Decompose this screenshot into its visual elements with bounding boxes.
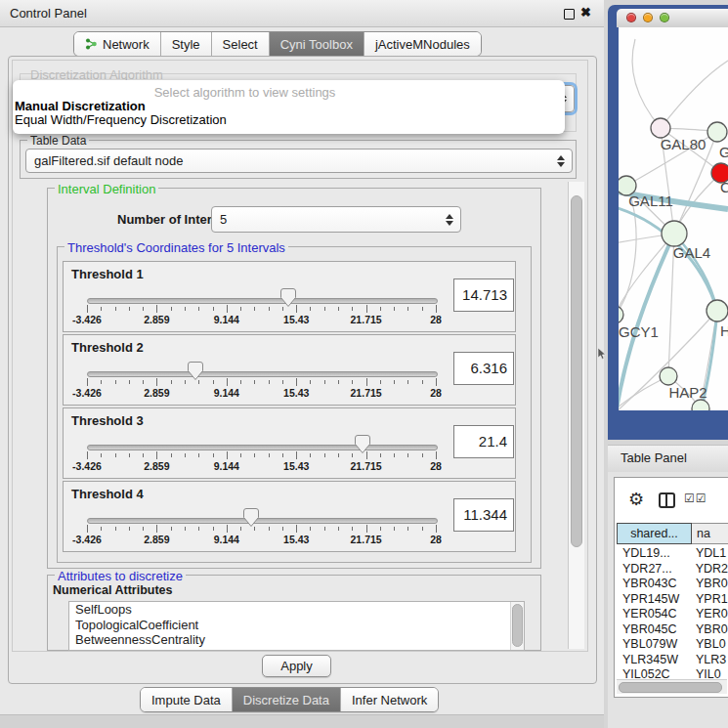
attribute-item-betweennesscentrality[interactable]: BetweennessCentrality — [69, 632, 524, 648]
threshold-slider-track[interactable] — [87, 371, 438, 377]
threshold-slider-track[interactable] — [87, 518, 438, 524]
close-icon[interactable]: ✖ — [580, 5, 591, 20]
cell-shared-name[interactable]: YER054C — [617, 607, 692, 622]
float-window-icon[interactable] — [564, 9, 575, 20]
network-graph: GAL80GACGAL11GAL4HGCY1HAP2 — [619, 27, 728, 410]
table-row[interactable]: YER054CYER0 — [617, 607, 728, 622]
table-row[interactable]: YBL079WYBL0 — [617, 637, 728, 653]
table-horizontal-scrollbar[interactable] — [617, 679, 727, 694]
cell-name[interactable]: YIL0 — [692, 667, 721, 679]
network-canvas[interactable]: GAL80GACGAL11GAL4HGCY1HAP2 — [619, 27, 728, 410]
dropdown-item-equal-width-frequency-discretization[interactable]: Equal Width/Frequency Discretization — [13, 113, 565, 127]
network-node-gal80[interactable] — [651, 118, 670, 138]
tab-infer-network[interactable]: Infer Network — [341, 688, 438, 711]
columns-icon[interactable] — [659, 492, 675, 508]
tab-select[interactable]: Select — [212, 32, 270, 56]
apply-button[interactable]: Apply — [262, 655, 331, 677]
attribute-item-selfloops[interactable]: SelfLoops — [69, 602, 524, 618]
cell-shared-name[interactable]: YBR043C — [617, 577, 692, 592]
network-node-ga[interactable] — [707, 122, 727, 142]
slider-thumb[interactable] — [355, 435, 370, 453]
attributes-list-scrollbar[interactable] — [510, 602, 524, 650]
cell-name[interactable]: YBR0 — [692, 622, 728, 638]
table-row[interactable]: YBR043CYBR0 — [617, 577, 728, 592]
slider-thumb[interactable] — [188, 362, 203, 380]
gear-icon[interactable]: ⚙ — [628, 489, 644, 510]
cell-name[interactable]: YBR0 — [692, 577, 728, 592]
cell-shared-name[interactable]: YDR27... — [617, 562, 692, 578]
table-hscrollbar-thumb[interactable] — [619, 682, 722, 693]
slider-scale-label: 2.859 — [144, 387, 169, 399]
cell-shared-name[interactable]: YBR045C — [617, 622, 692, 638]
tab-cyni-toolbox[interactable]: Cyni Toolbox — [270, 32, 364, 56]
tab-jactivemnodules[interactable]: jActiveMNodules — [364, 32, 481, 56]
threshold-value-field[interactable]: 11.344 — [453, 498, 514, 532]
threshold-slider-track[interactable] — [87, 445, 438, 450]
cell-name[interactable]: YLR3 — [692, 653, 726, 668]
cell-shared-name[interactable]: YDL19... — [617, 546, 692, 562]
cell-name[interactable]: YPR1 — [692, 592, 728, 608]
threshold-panel: Threshold 4 -3.4262.8599.14415.4321.7152… — [63, 481, 516, 552]
attributes-list[interactable]: SelfLoopsTopologicalCoefficientBetweenne… — [68, 601, 525, 651]
column-header-name[interactable]: na — [692, 523, 728, 544]
minimize-light-icon[interactable] — [643, 13, 653, 22]
tab-label: jActiveMNodules — [375, 37, 470, 52]
threshold-value-field[interactable]: 21.4 — [453, 425, 514, 458]
table-row[interactable]: YDR27...YDR2 — [617, 562, 728, 578]
cell-name[interactable]: YDR2 — [692, 562, 728, 578]
cell-name[interactable]: YBL0 — [692, 637, 726, 653]
threshold-panel: Threshold 2 -3.4262.8599.14415.4321.7152… — [63, 334, 516, 406]
attribute-item-topologicalcoefficient[interactable]: TopologicalCoefficient — [69, 618, 524, 633]
threshold-value-field[interactable]: 14.713 — [453, 278, 514, 312]
cell-name[interactable]: YER0 — [692, 607, 728, 622]
network-node-gcy1[interactable] — [619, 306, 623, 323]
threshold-label: Threshold 4 — [71, 487, 144, 501]
tab-discretize-data[interactable]: Discretize Data — [233, 688, 341, 711]
slider-thumb[interactable] — [243, 508, 259, 527]
slider-scale-label: 9.144 — [214, 314, 239, 325]
slider-scale-label: 21.715 — [351, 460, 382, 472]
num-intervals-value: 5 — [212, 212, 443, 227]
control-panel: Control Panel ✖ NetworkStyleSelectCyni T… — [0, 0, 604, 715]
table-row[interactable]: YIL052CYIL0 — [617, 667, 728, 679]
dropdown-item-manual-discretization[interactable]: Manual Discretization — [13, 100, 565, 113]
cell-shared-name[interactable]: YIL052C — [617, 667, 692, 679]
network-node-hap2[interactable] — [660, 367, 677, 385]
num-intervals-combobox[interactable]: 5 — [211, 206, 461, 233]
checkbox-icons[interactable]: ☑☑ — [684, 492, 707, 505]
table-header-row: shared... na — [617, 523, 728, 544]
settings-scrollbar[interactable] — [568, 182, 584, 649]
network-node-label: HAP2 — [668, 384, 707, 401]
table-row[interactable]: YBR045CYBR0 — [617, 622, 728, 638]
network-node-label: GAL4 — [673, 244, 710, 261]
threshold-slider-track[interactable] — [87, 298, 438, 304]
settings-scrollbar-thumb[interactable] — [571, 195, 582, 547]
network-node-gal4[interactable] — [662, 221, 687, 246]
column-header-shared-name[interactable]: shared... — [617, 523, 692, 544]
tab-network[interactable]: Network — [74, 32, 161, 56]
tab-style[interactable]: Style — [161, 32, 212, 56]
control-panel-tabbar: NetworkStyleSelectCyni ToolboxjActiveMNo… — [73, 31, 482, 57]
network-node-h[interactable] — [707, 300, 728, 321]
slider-scale-label: 28 — [430, 460, 442, 472]
slider-scale-label: 2.859 — [144, 460, 169, 472]
slider-scale-labels: -3.4262.8599.14415.4321.71528 — [87, 460, 436, 472]
table-row[interactable]: YDL19...YDL1 — [617, 546, 728, 562]
cell-shared-name[interactable]: YLR345W — [617, 653, 692, 668]
tab-impute-data[interactable]: Impute Data — [141, 688, 233, 711]
slider-scale-label: 15.43 — [283, 534, 309, 545]
table-row[interactable]: YPR145WYPR1 — [617, 592, 728, 608]
attributes-scrollbar-thumb[interactable] — [512, 604, 523, 647]
zoom-light-icon[interactable] — [660, 13, 669, 22]
table-data-group-title: Table Data — [27, 134, 89, 148]
cell-shared-name[interactable]: YPR145W — [617, 592, 692, 608]
table-row[interactable]: YLR345WYLR3 — [617, 653, 728, 668]
close-light-icon[interactable] — [626, 13, 636, 22]
cell-name[interactable]: YDL1 — [692, 546, 726, 562]
threshold-value-field[interactable]: 6.316 — [453, 352, 514, 385]
slider-scale-label: 15.43 — [283, 387, 309, 399]
combo-stepper-icon — [554, 155, 568, 167]
cell-shared-name[interactable]: YBL079W — [617, 637, 692, 653]
slider-thumb[interactable] — [280, 288, 296, 307]
table-data-combobox[interactable]: galFiltered.sif default node — [25, 149, 573, 173]
